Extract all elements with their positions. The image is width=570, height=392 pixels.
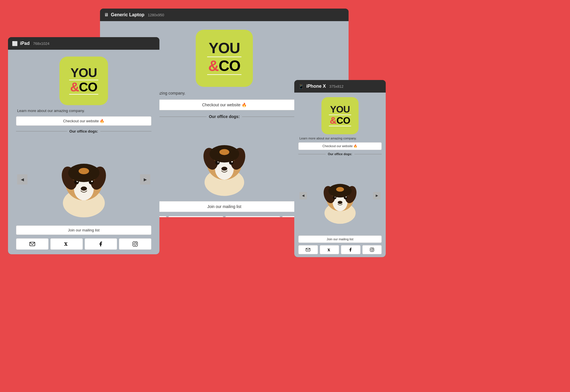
ipad-dog-carousel: ◀ ▶ <box>16 137 151 222</box>
ipad-social-row: 𝕏 <box>16 238 151 250</box>
ipad-titlebar: ⬜ iPad 768x1024 <box>8 37 159 50</box>
ipad-email-icon <box>29 241 35 247</box>
ipad-frame: ⬜ iPad 768x1024 YOU &CO Learn more about… <box>8 37 159 254</box>
svg-point-55 <box>371 249 373 251</box>
iphone-logo: YOU &CO <box>321 97 359 134</box>
iphone-facebook-icon <box>348 247 353 252</box>
ipad-checkout-btn[interactable]: Checkout our website 🔥 <box>16 116 151 126</box>
iphone-frame: 📱 iPhone X 375x812 YOU &CO Learn more ab… <box>294 80 386 257</box>
iphone-twitter-btn[interactable]: 𝕏 <box>320 245 339 254</box>
ipad-mailing-btn[interactable]: Join our mailing list <box>16 225 151 235</box>
iphone-prev-arrow[interactable]: ◀ <box>299 192 307 199</box>
ipad-facebook-icon <box>98 241 104 247</box>
iphone-email-icon <box>306 247 310 252</box>
svg-text:𝕏: 𝕏 <box>64 242 68 247</box>
iphone-twitter-icon: 𝕏 <box>327 247 332 252</box>
laptop-titlebar: 🖥 Generic Laptop 1280x950 <box>100 9 349 21</box>
ipad-logo-co: &CO <box>70 81 97 93</box>
iphone-mailing-btn[interactable]: Join our mailing list <box>298 235 382 243</box>
iphone-instagram-icon <box>370 247 374 252</box>
ipad-dog-illustration <box>45 137 123 222</box>
ipad-prev-arrow[interactable]: ◀ <box>17 174 27 185</box>
logo-underline <box>207 57 241 57</box>
iphone-logo-underline-2 <box>329 126 351 126</box>
iphone-instagram-btn[interactable] <box>362 245 382 254</box>
svg-point-37 <box>136 242 137 243</box>
iphone-title: iPhone X <box>306 84 326 89</box>
ipad-dims: 768x1024 <box>33 41 49 46</box>
iphone-email-btn[interactable] <box>298 245 318 254</box>
iphone-facebook-btn[interactable] <box>341 245 361 254</box>
ipad-instagram-btn[interactable] <box>119 238 151 250</box>
laptop-dims: 1280x950 <box>148 13 164 17</box>
svg-text:𝕏: 𝕏 <box>327 248 330 252</box>
svg-point-56 <box>373 249 373 249</box>
iphone-logo-co: &CO <box>330 116 350 125</box>
svg-point-51 <box>336 187 344 192</box>
ipad-logo-underline-2 <box>69 94 98 95</box>
svg-point-13 <box>219 149 229 155</box>
laptop-facebook-btn[interactable] <box>225 216 280 217</box>
laptop-title: Generic Laptop <box>111 12 144 17</box>
ipad-twitter-btn[interactable]: 𝕏 <box>50 238 83 250</box>
ipad-next-arrow[interactable]: ▶ <box>140 174 150 185</box>
iphone-social-row: 𝕏 <box>298 245 382 254</box>
ipad-email-btn[interactable] <box>16 238 49 250</box>
ipad-app: YOU &CO Learn more about our amazing com… <box>8 50 159 254</box>
ipad-facebook-btn[interactable] <box>85 238 117 250</box>
logo-co: &CO <box>208 58 240 73</box>
svg-point-9 <box>221 167 227 171</box>
iphone-dog-carousel: ◀ ▶ <box>298 158 382 233</box>
iphone-screen: YOU &CO Learn more about our amazing com… <box>294 93 386 257</box>
svg-point-32 <box>79 168 89 174</box>
iphone-dog-illustration <box>311 158 369 233</box>
iphone-dogs-label: Our office dogs: <box>298 152 382 156</box>
iphone-checkout-btn[interactable]: Checkout our website 🔥 <box>298 142 382 150</box>
laptop-twitter-btn[interactable]: 𝕏 <box>168 216 223 217</box>
logo-underline-2 <box>207 74 241 75</box>
dog-illustration <box>162 123 287 197</box>
svg-point-36 <box>134 243 136 245</box>
ipad-instagram-icon <box>132 241 138 247</box>
ipad-logo-you: YOU <box>71 67 97 79</box>
iphone-next-arrow[interactable]: ▶ <box>373 192 381 199</box>
iphone-logo-you: YOU <box>330 105 350 114</box>
svg-rect-54 <box>370 248 374 251</box>
ipad-dogs-label: Our office dogs: <box>16 129 151 133</box>
iphone-dims: 375x812 <box>329 84 343 89</box>
ipad-twitter-icon: 𝕏 <box>64 241 69 247</box>
svg-point-28 <box>81 187 87 191</box>
laptop-logo: YOU &CO <box>196 30 253 87</box>
laptop-icon: 🖥 <box>104 12 109 17</box>
ipad-tagline: Learn more about our amazing company. <box>16 109 85 113</box>
ipad-title: iPad <box>20 41 30 46</box>
ipad-icon: ⬜ <box>12 41 18 46</box>
iphone-app: YOU &CO Learn more about our amazing com… <box>294 93 386 257</box>
iphone-icon: 📱 <box>298 84 304 89</box>
ipad-logo: YOU &CO <box>59 57 108 105</box>
logo-you: YOU <box>209 41 240 55</box>
svg-rect-35 <box>133 242 138 247</box>
svg-point-47 <box>338 201 342 204</box>
iphone-tagline: Learn more about our amazing company. <box>298 137 357 140</box>
iphone-titlebar: 📱 iPhone X 375x812 <box>294 80 386 93</box>
ipad-screen: YOU &CO Learn more about our amazing com… <box>8 50 159 254</box>
